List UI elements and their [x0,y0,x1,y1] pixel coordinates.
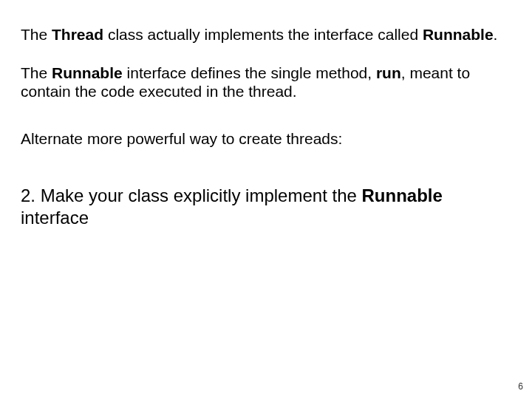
spacer [21,44,511,64]
spacer [21,101,511,129]
text: interface defines the single method, [123,64,376,81]
text: The [21,26,52,43]
spacer [21,148,511,185]
text: Alternate more powerful way to create th… [21,130,342,147]
keyword-run: run [376,64,401,81]
paragraph-2: The Runnable interface defines the singl… [21,64,511,101]
keyword-thread: Thread [52,26,103,43]
page-number: 6 [518,381,523,392]
slide: The Thread class actually implements the… [0,0,532,399]
paragraph-3: Alternate more powerful way to create th… [21,129,511,149]
keyword-runnable: Runnable [423,26,494,43]
paragraph-4: 2. Make your class explicitly implement … [21,185,511,229]
text: 2. Make your class explicitly implement … [21,185,362,205]
keyword-runnable: Runnable [362,185,443,205]
text: class actually implements the interface … [103,26,423,43]
keyword-runnable: Runnable [52,64,123,81]
text: . [494,26,498,43]
text: The [21,64,52,81]
text: interface [21,208,89,228]
paragraph-1: The Thread class actually implements the… [21,25,511,44]
